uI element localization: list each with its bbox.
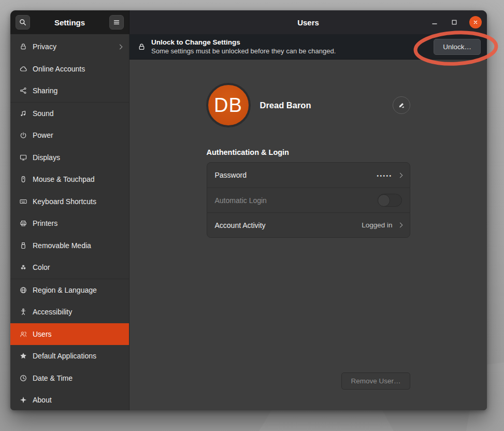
sidebar-item-label: Sound — [33, 109, 53, 118]
maximize-button[interactable] — [450, 18, 458, 27]
sidebar-item-mouse-touchpad[interactable]: Mouse & Touchpad — [10, 168, 129, 191]
accessibility-person-icon — [19, 308, 27, 316]
unlock-banner-subtitle: Some settings must be unlocked before th… — [151, 47, 336, 55]
remove-user-button[interactable]: Remove User… — [341, 372, 410, 390]
sidebar-item-accessibility[interactable]: Accessibility — [10, 301, 129, 323]
sidebar-item-removable-media[interactable]: Removable Media — [10, 235, 129, 257]
cloud-icon — [19, 65, 27, 73]
remove-user-row: Remove User… — [207, 372, 410, 390]
avatar[interactable]: DB — [207, 83, 250, 127]
close-icon — [472, 19, 479, 26]
window-controls — [430, 10, 482, 34]
sparkle-icon — [19, 396, 27, 404]
users-panel: Unlock to Change Settings Some settings … — [129, 34, 487, 410]
content-headerbar: Users — [129, 10, 487, 34]
share-nodes-icon — [19, 87, 27, 95]
sidebar: Privacy Online Accounts Sharing Sound Po… — [10, 34, 129, 410]
password-label: Password — [215, 171, 247, 179]
chevron-right-icon — [397, 223, 402, 228]
printer-icon — [19, 219, 27, 227]
account-activity-right: Logged in — [362, 221, 401, 229]
password-dots: ••••• — [377, 171, 392, 179]
edit-name-button[interactable] — [393, 96, 410, 114]
sidebar-item-keyboard-shortcuts[interactable]: Keyboard Shortcuts — [10, 191, 129, 213]
search-button[interactable] — [16, 15, 30, 30]
sidebar-item-default-applications[interactable]: Default Applications — [10, 345, 129, 367]
user-name: Dread Baron — [260, 100, 311, 110]
maximize-icon — [450, 18, 458, 26]
clock-icon — [19, 374, 27, 382]
sidebar-item-power[interactable]: Power — [10, 124, 129, 147]
account-activity-row[interactable]: Account Activity Logged in — [207, 212, 410, 237]
chevron-right-icon — [118, 44, 123, 49]
sidebar-item-sharing[interactable]: Sharing — [10, 80, 129, 102]
headerbar: Settings Users — [10, 10, 487, 34]
music-note-icon — [19, 109, 27, 118]
sidebar-item-online-accounts[interactable]: Online Accounts — [10, 58, 129, 80]
sidebar-item-printers[interactable]: Printers — [10, 212, 129, 235]
sidebar-item-label: Printers — [33, 219, 57, 227]
unlock-banner-title: Unlock to Change Settings — [151, 38, 336, 46]
automatic-login-row: Automatic Login — [207, 188, 410, 212]
sidebar-item-label: Sharing — [33, 87, 57, 95]
sidebar-item-users[interactable]: Users — [10, 323, 129, 346]
sidebar-item-label: Default Applications — [33, 352, 96, 360]
sidebar-item-label: Online Accounts — [33, 65, 85, 73]
minimize-icon — [430, 18, 439, 26]
avatar-initials: DB — [214, 94, 242, 117]
toggle-knob — [378, 194, 390, 207]
display-icon — [19, 153, 27, 162]
sidebar-item-region-language[interactable]: Region & Language — [10, 279, 129, 301]
close-button[interactable] — [469, 16, 482, 28]
sidebar-headerbar: Settings — [10, 10, 129, 34]
unlock-banner: Unlock to Change Settings Some settings … — [129, 34, 487, 60]
minimize-button[interactable] — [430, 18, 439, 27]
sidebar-item-label: Removable Media — [33, 241, 91, 250]
flash-drive-icon — [19, 241, 27, 250]
menu-button[interactable] — [109, 15, 124, 30]
account-activity-label: Account Activity — [215, 221, 266, 229]
lock-icon — [19, 42, 27, 51]
password-row[interactable]: Password ••••• — [207, 163, 410, 188]
unlock-banner-texts: Unlock to Change Settings Some settings … — [151, 38, 336, 55]
chevron-right-icon — [397, 173, 402, 178]
section-title: Authentication & Login — [207, 148, 410, 156]
color-circles-icon — [19, 263, 27, 271]
keyboard-icon — [19, 197, 27, 206]
two-users-icon — [19, 330, 27, 338]
globe-icon — [19, 286, 27, 294]
sidebar-item-label: About — [33, 396, 52, 404]
auth-card: Password ••••• Automatic Login — [207, 162, 410, 238]
sidebar-item-label: Power — [33, 131, 53, 139]
automatic-login-toggle[interactable] — [378, 194, 402, 207]
automatic-login-label: Automatic Login — [215, 196, 267, 205]
user-row: DB Dread Baron — [207, 83, 410, 127]
power-icon — [19, 131, 27, 139]
sidebar-item-label: Region & Language — [33, 286, 97, 294]
account-activity-value: Logged in — [362, 221, 392, 229]
hamburger-icon — [112, 18, 121, 26]
sidebar-item-label: Color — [33, 263, 50, 271]
lock-icon — [137, 42, 146, 51]
sidebar-item-label: Users — [33, 330, 52, 338]
sidebar-item-label: Accessibility — [33, 308, 72, 316]
mouse-icon — [19, 175, 27, 183]
settings-window: Settings Users — [10, 10, 487, 410]
sidebar-item-label: Displays — [33, 153, 60, 162]
sidebar-item-color[interactable]: Color — [10, 256, 129, 279]
search-icon — [19, 18, 27, 26]
password-right: ••••• — [377, 171, 401, 179]
pencil-icon — [397, 101, 406, 109]
sidebar-item-sound[interactable]: Sound — [10, 103, 129, 125]
sidebar-title: Settings — [30, 18, 109, 27]
sidebar-item-privacy[interactable]: Privacy — [10, 36, 129, 58]
sidebar-item-about[interactable]: About — [10, 389, 129, 410]
users-content: DB Dread Baron Authentication & Login Pa… — [129, 60, 487, 410]
star-icon — [19, 352, 27, 360]
unlock-button[interactable]: Unlock… — [434, 39, 481, 55]
sidebar-item-label: Mouse & Touchpad — [33, 175, 95, 183]
sidebar-item-date-time[interactable]: Date & Time — [10, 367, 129, 390]
sidebar-item-label: Date & Time — [33, 374, 73, 382]
sidebar-item-displays[interactable]: Displays — [10, 147, 129, 169]
sidebar-item-label: Keyboard Shortcuts — [33, 197, 96, 206]
